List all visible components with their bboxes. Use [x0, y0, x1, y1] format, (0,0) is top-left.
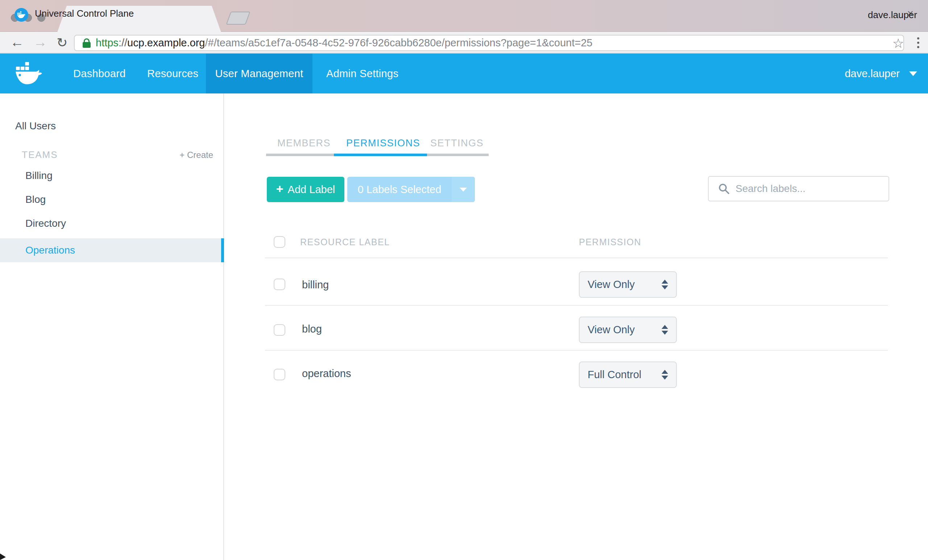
url-path: /#/teams/a5c1ef7a-0548-4c52-976f-926cabb… [205, 37, 592, 49]
sidebar-item-billing[interactable]: Billing [0, 164, 224, 188]
chevron-down-icon [909, 72, 917, 76]
row-checkbox[interactable] [274, 369, 285, 380]
screen: Universal Control Plane × dave.lauper ← … [0, 0, 928, 560]
labels-selected-text: 0 Labels Selected [347, 177, 452, 202]
resource-label-cell: operations [302, 368, 351, 380]
labels-selected-dropdown[interactable]: 0 Labels Selected [347, 177, 475, 202]
select-arrows-icon [662, 280, 668, 289]
sidebar-teams-header: TEAMS [22, 149, 58, 160]
browser-toolbar: ← → ↻ https://ucp.example.org/#/teams/a5… [0, 32, 928, 53]
bookmark-star-icon[interactable]: ☆ [893, 36, 904, 51]
app-navbar: Dashboard Resources User Management Admi… [0, 53, 928, 93]
column-header-resource-label: RESOURCE LABEL [300, 237, 390, 247]
row-checkbox[interactable] [274, 324, 285, 336]
permission-select[interactable]: Full Control [579, 362, 677, 388]
resource-label-cell: billing [302, 279, 329, 291]
https-lock-icon [82, 38, 91, 48]
permission-select[interactable]: View Only [579, 317, 677, 343]
select-arrows-icon [662, 325, 668, 335]
browser-titlebar: Universal Control Plane × dave.lauper [0, 0, 928, 32]
url-text: https://ucp.example.org/#/teams/a5c1ef7a… [96, 37, 592, 49]
user-menu[interactable]: dave.lauper [845, 53, 917, 93]
url-separator: :// [119, 37, 127, 49]
sidebar-item-all-users[interactable]: All Users [15, 120, 56, 132]
nav-item-admin-settings[interactable]: Admin Settings [326, 53, 398, 93]
nav-item-user-management[interactable]: User Management [206, 53, 313, 93]
divider [265, 305, 888, 306]
user-menu-label: dave.lauper [845, 68, 900, 80]
browser-menu-icon[interactable] [917, 37, 919, 48]
select-all-checkbox[interactable] [274, 236, 285, 248]
reload-icon[interactable]: ↻ [56, 35, 67, 50]
forward-icon: → [34, 34, 47, 50]
select-arrows-icon [662, 370, 668, 380]
url-scheme: https [96, 37, 119, 49]
browser-profile-name: dave.lauper [868, 9, 917, 21]
resource-label-cell: blog [302, 323, 322, 335]
tab-permissions[interactable]: PERMISSIONS [346, 138, 420, 149]
search-labels-box [708, 176, 889, 201]
tab-members[interactable]: MEMBERS [277, 138, 331, 149]
row-checkbox[interactable] [274, 278, 285, 290]
permission-select-value: Full Control [588, 369, 641, 381]
column-header-permission: PERMISSION [579, 237, 641, 247]
labels-selected-caret[interactable] [452, 177, 475, 202]
sidebar-item-operations[interactable]: Operations [0, 238, 224, 262]
nav-item-dashboard[interactable]: Dashboard [73, 53, 126, 93]
sidebar-item-blog[interactable]: Blog [0, 188, 224, 212]
sidebar-item-directory[interactable]: Directory [0, 212, 224, 236]
add-label-button-text: Add Label [288, 184, 335, 196]
permission-select-value: View Only [588, 278, 635, 291]
mouse-cursor [0, 554, 6, 560]
permission-select[interactable]: View Only [579, 271, 677, 298]
divider [265, 350, 888, 351]
url-host: ucp.example.org [127, 37, 205, 49]
docker-logo-icon [15, 62, 43, 85]
sidebar: All Users TEAMS + Create Billing Blog Di… [0, 93, 224, 560]
tabs-active-underline [334, 154, 427, 156]
search-input[interactable] [736, 183, 873, 195]
chevron-down-icon [459, 188, 467, 192]
permission-select-value: View Only [588, 324, 635, 336]
address-bar[interactable]: https://ucp.example.org/#/teams/a5c1ef7a… [74, 35, 904, 51]
create-team-link[interactable]: + Create [179, 150, 213, 160]
back-icon[interactable]: ← [10, 34, 24, 50]
nav-item-resources[interactable]: Resources [147, 53, 198, 93]
docker-favicon-icon [14, 8, 28, 22]
tab-settings[interactable]: SETTINGS [430, 138, 484, 149]
search-icon [718, 183, 730, 195]
tab-title: Universal Control Plane [35, 8, 134, 19]
new-tab-button[interactable] [226, 12, 250, 24]
divider [265, 257, 888, 258]
add-label-button[interactable]: + Add Label [267, 177, 344, 202]
plus-icon: + [276, 182, 284, 196]
